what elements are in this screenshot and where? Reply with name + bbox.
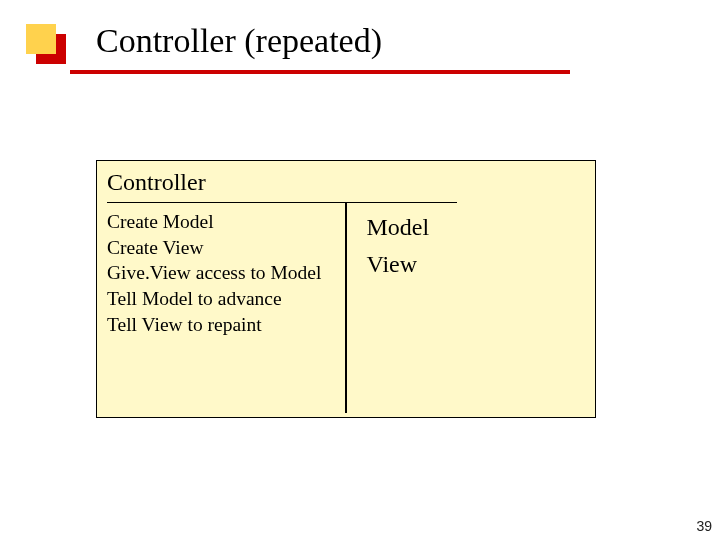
class-name-header: Controller [97, 161, 595, 202]
page-number: 39 [696, 518, 712, 534]
class-body: Create Model Create View Give.View acces… [97, 203, 595, 399]
action-line-1: Create Model [107, 209, 327, 235]
slide-title-row: Controller (repeated) [26, 18, 382, 64]
title-underline [70, 70, 570, 74]
action-line-2: Create View [107, 235, 327, 261]
slide-title: Controller (repeated) [96, 22, 382, 60]
title-decorative-squares [26, 24, 66, 64]
column-divider [345, 203, 347, 413]
controller-uml-box: Controller Create Model Create View Give… [96, 160, 596, 418]
collaborator-line-1: Model [367, 209, 430, 246]
action-line-3: Give.View access to Model [107, 260, 327, 286]
collaborator-line-2: View [367, 246, 430, 283]
action-line-4: Tell Model to advance [107, 286, 327, 312]
yellow-square-icon [26, 24, 56, 54]
action-line-5: Tell View to repaint [107, 312, 327, 338]
collaborators-column: Model View [349, 209, 430, 389]
controller-actions-column: Create Model Create View Give.View acces… [107, 209, 327, 389]
